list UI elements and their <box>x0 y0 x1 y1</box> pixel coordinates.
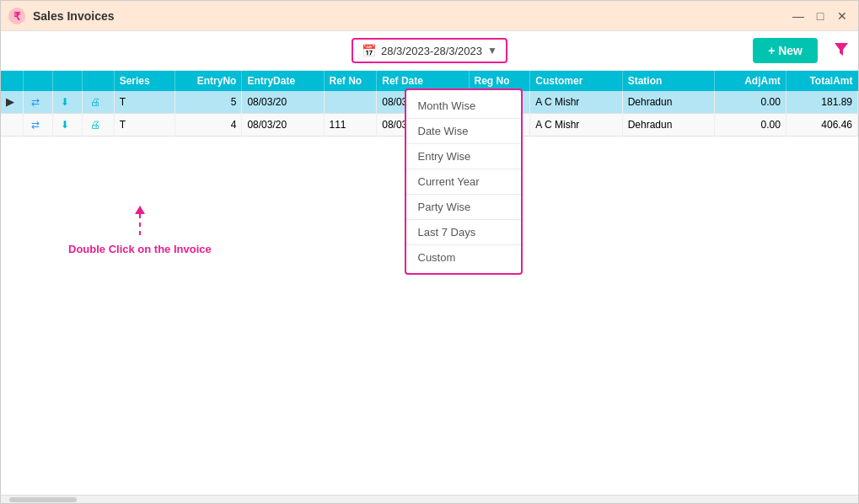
dropdown-item-entry-wise[interactable]: Entry Wise <box>406 144 521 169</box>
title-bar: ₹ Sales Invoices — □ ✕ <box>1 1 858 31</box>
cell-adjamt: 0.00 <box>714 114 786 137</box>
row-indicator <box>1 114 23 137</box>
cell-refno <box>324 91 377 114</box>
cell-totalamt: 406.46 <box>786 114 857 137</box>
cell-entryno: 4 <box>175 114 242 137</box>
filter-dropdown-menu: Month Wise Date Wise Entry Wise Current … <box>405 88 523 275</box>
title-bar-left: ₹ Sales Invoices <box>8 7 115 25</box>
col-share <box>23 71 52 91</box>
col-header-station: Station <box>622 71 714 91</box>
main-window: ₹ Sales Invoices — □ ✕ 📅 28/3/2023-28/3/… <box>0 0 859 504</box>
col-header-series: Series <box>114 71 175 91</box>
dropdown-item-last-7-days[interactable]: Last 7 Days <box>406 220 521 245</box>
horizontal-scrollbar[interactable] <box>1 495 858 503</box>
cell-station: Dehradun <box>622 114 714 137</box>
svg-text:₹: ₹ <box>13 10 21 23</box>
col-header-refno: Ref No <box>324 71 377 91</box>
date-range-label: 28/3/2023-28/3/2023 <box>381 45 482 57</box>
share-button[interactable]: ⇄ <box>29 118 42 131</box>
hint-label: Double Click on the Invoice <box>68 243 212 255</box>
dropdown-item-current-year[interactable]: Current Year <box>406 169 521 195</box>
cell-refno: 111 <box>324 114 377 137</box>
cell-adjamt: 0.00 <box>714 91 786 114</box>
col-header-entryno: EntryNo <box>175 71 242 91</box>
minimize-button[interactable]: — <box>789 7 808 25</box>
dashed-arrow <box>135 206 145 239</box>
print-button[interactable]: 🖨 <box>88 95 103 109</box>
col-header-totalamt: TotalAmt <box>786 71 857 91</box>
filter-icon-button[interactable] <box>833 40 850 62</box>
restore-button[interactable]: □ <box>811 7 829 25</box>
calendar-icon: 📅 <box>362 44 376 57</box>
print-button[interactable]: 🖨 <box>88 118 103 131</box>
cell-totalamt: 181.89 <box>786 91 857 114</box>
arrow-line <box>139 214 141 239</box>
dropdown-item-month-wise[interactable]: Month Wise <box>406 94 521 119</box>
cell-entrydate: 08/03/20 <box>242 114 324 137</box>
date-filter-button[interactable]: 📅 28/3/2023-28/3/2023 ▼ <box>352 38 507 63</box>
cell-series: T <box>114 114 175 137</box>
arrow-up-icon <box>135 206 145 214</box>
cell-entrydate: 08/03/20 <box>242 91 324 114</box>
download-button[interactable]: ⬇ <box>58 95 72 109</box>
row-download-cell: ⬇ <box>52 91 82 114</box>
double-click-hint: Double Click on the Invoice <box>68 206 212 255</box>
cell-entryno: 5 <box>175 91 242 114</box>
row-share-cell: ⇄ <box>23 91 52 114</box>
app-logo: ₹ <box>8 7 26 25</box>
svg-marker-2 <box>835 43 848 56</box>
col-header-entrydate: EntryDate <box>242 71 324 91</box>
chevron-down-icon: ▼ <box>487 45 497 56</box>
dropdown-item-custom[interactable]: Custom <box>406 245 521 270</box>
col-header-customer: Customer <box>530 71 622 91</box>
col-print <box>83 71 115 91</box>
dropdown-item-party-wise[interactable]: Party Wise <box>406 195 521 220</box>
download-button[interactable]: ⬇ <box>58 118 72 131</box>
row-indicator: ▶ <box>1 91 23 114</box>
cell-series: T <box>114 91 175 114</box>
row-print-cell: 🖨 <box>83 91 115 114</box>
col-download <box>52 71 82 91</box>
row-download-cell: ⬇ <box>52 114 82 137</box>
cell-station: Dehradun <box>622 91 714 114</box>
dropdown-item-date-wise[interactable]: Date Wise <box>406 119 521 144</box>
scrollbar-thumb[interactable] <box>9 497 77 502</box>
toolbar: 📅 28/3/2023-28/3/2023 ▼ + New Month Wise… <box>1 31 858 71</box>
col-header-adjamt: AdjAmt <box>714 71 786 91</box>
row-share-cell: ⇄ <box>23 114 52 137</box>
cell-customer: A C Mishr <box>530 114 622 137</box>
cell-customer: A C Mishr <box>530 91 622 114</box>
new-button[interactable]: + New <box>753 38 818 63</box>
share-button[interactable]: ⇄ <box>29 95 42 109</box>
col-indicator <box>1 71 23 91</box>
row-print-cell: 🖨 <box>83 114 115 137</box>
title-bar-controls: — □ ✕ <box>789 7 851 25</box>
window-title: Sales Invoices <box>33 9 115 23</box>
close-button[interactable]: ✕ <box>833 7 851 25</box>
